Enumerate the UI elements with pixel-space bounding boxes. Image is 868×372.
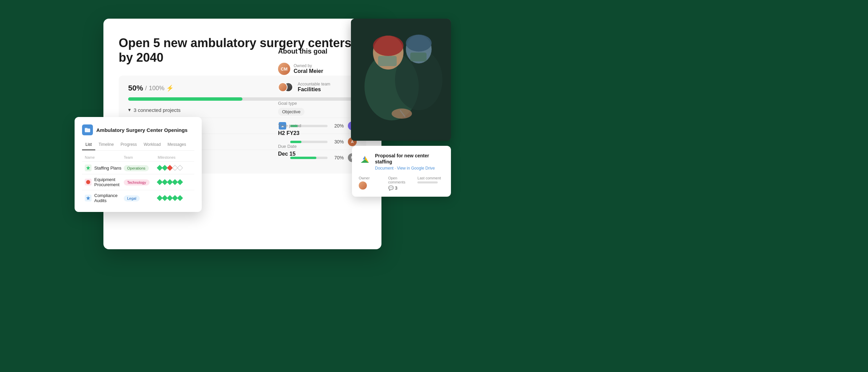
tab-messages[interactable]: Messages: [164, 140, 190, 150]
svg-rect-8: [410, 53, 427, 61]
folder-icon: [84, 126, 91, 133]
row-icon: [85, 164, 92, 171]
comment-icon: 💬: [388, 185, 394, 191]
gdrive-card: Proposal for new center staffing Documen…: [352, 146, 451, 197]
gdrive-owner-label: Owner: [359, 176, 386, 180]
tab-list[interactable]: List: [82, 140, 95, 150]
team-badge: Operations: [124, 165, 158, 171]
milestones: [158, 180, 192, 184]
owner-avatar: CM: [278, 63, 290, 75]
accountable-label: Accountable team: [298, 82, 330, 86]
gdrive-last-comment-label: Last comment: [417, 176, 444, 180]
chevron-down-icon: ▾: [128, 107, 131, 113]
row-text: Staffing Plans: [94, 165, 121, 171]
col-milestones: Milestones: [158, 155, 192, 159]
gdrive-owner-avatar: [359, 181, 367, 190]
project-panel-tabs: List Timeline Progress Workload Messages: [82, 140, 194, 151]
owner-info: Owned by Coral Meier: [294, 63, 323, 74]
gdrive-owner-col: Owner: [359, 176, 386, 191]
gdrive-header: Proposal for new center staffing Documen…: [359, 153, 444, 171]
row-icon: [85, 179, 92, 185]
svg-rect-13: [85, 128, 87, 129]
svg-marker-14: [86, 166, 90, 170]
accountable-avatar-1: [278, 82, 288, 92]
table-row[interactable]: Compliance Audits Legal: [82, 190, 194, 206]
accountable-info: Accountable team Facilities: [298, 82, 330, 93]
svg-marker-16: [86, 196, 90, 200]
project-panel: Ambulatory Surgery Center Openings List …: [75, 117, 202, 212]
row-icon: [85, 195, 92, 201]
svg-rect-7: [378, 56, 397, 66]
surgery-photo: [351, 19, 451, 141]
connected-projects-label: 3 connected projects: [134, 107, 180, 113]
gdrive-footer: Owner Open comments 💬 3 Last comment: [359, 176, 444, 191]
team-technology-badge: Technology: [124, 179, 150, 185]
svg-point-9: [392, 109, 412, 119]
table-row[interactable]: Staffing Plans Operations: [82, 161, 194, 174]
gdrive-doc-info: Proposal for new center staffing Documen…: [375, 153, 444, 171]
bolt-icon: ⚡: [166, 85, 174, 92]
gdrive-comment-count: 💬 3: [388, 185, 415, 191]
owner-name: Coral Meier: [294, 68, 323, 74]
circle-icon: [86, 180, 91, 184]
project-panel-header: Ambulatory Surgery Center Openings: [82, 124, 194, 135]
team-legal-badge: Legal: [124, 195, 140, 201]
milestones: [158, 166, 192, 170]
surgery-illustration: [351, 19, 451, 141]
team-badge: Technology: [124, 179, 158, 185]
gdrive-comments-col: Open comments 💬 3: [388, 176, 415, 191]
row-name: Equipment Procurement: [85, 177, 124, 187]
tab-progress[interactable]: Progress: [117, 140, 140, 150]
gdrive-last-comment-bar: [417, 181, 438, 183]
project-panel-title: Ambulatory Surgery Center Openings: [96, 127, 188, 133]
accountable-avatars: [278, 81, 294, 93]
owner-label: Owned by: [294, 63, 323, 68]
surgery-photo-inner: [351, 19, 451, 141]
gdrive-doc-subtitle[interactable]: Document · View in Google Drive: [375, 166, 444, 171]
star-icon: [86, 165, 91, 170]
row-name: Compliance Audits: [85, 193, 124, 203]
star-icon: [86, 196, 91, 200]
row-text: Equipment Procurement: [94, 177, 124, 187]
tab-timeline[interactable]: Timeline: [95, 140, 117, 150]
progress-bar-fill: [128, 97, 242, 101]
gdrive-last-comment-col: Last comment: [417, 176, 444, 191]
milestones: [158, 196, 192, 200]
svg-point-6: [406, 35, 432, 52]
row-name: Staffing Plans: [85, 164, 124, 171]
svg-point-15: [86, 180, 90, 184]
accountable-name: Facilities: [298, 86, 330, 93]
row-text: Compliance Audits: [94, 193, 124, 203]
col-team: Team: [124, 155, 158, 159]
goal-type-badge: Objective: [278, 108, 304, 116]
tab-workload[interactable]: Workload: [140, 140, 164, 150]
progress-total: 100% ⚡: [149, 84, 174, 92]
col-name: Name: [85, 155, 124, 159]
team-operations-badge: Operations: [124, 165, 149, 171]
team-badge: Legal: [124, 195, 158, 201]
table-row[interactable]: Equipment Procurement Technology: [82, 174, 194, 190]
progress-pct: 50%: [128, 84, 143, 93]
project-panel-icon: [82, 124, 93, 135]
google-drive-icon: [359, 153, 371, 165]
milestone-diamond: [177, 195, 183, 201]
table-header: Name Team Milestones: [82, 155, 194, 161]
svg-point-4: [373, 36, 403, 56]
gdrive-comments-label: Open comments: [388, 176, 415, 184]
milestone-diamond: [177, 165, 183, 171]
milestone-diamond: [177, 179, 183, 185]
progress-separator: /: [145, 85, 147, 92]
gdrive-doc-title: Proposal for new center staffing: [375, 153, 444, 165]
